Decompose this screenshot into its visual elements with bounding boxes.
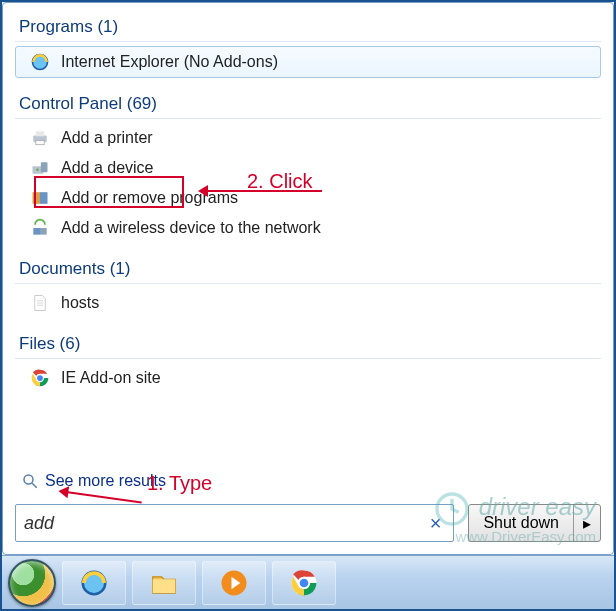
magnifier-icon (21, 472, 39, 490)
start-menu-bottom-row: × Shut down ▸ (15, 504, 601, 542)
result-label: IE Add-on site (61, 369, 161, 387)
documents-list: hosts (15, 284, 601, 324)
svg-rect-3 (36, 141, 44, 145)
taskbar-explorer[interactable] (132, 561, 196, 605)
svg-point-13 (24, 475, 33, 484)
search-input[interactable] (24, 513, 426, 534)
programs-icon (29, 187, 51, 209)
search-box[interactable]: × (15, 504, 454, 542)
result-label: Add a wireless device to the network (61, 219, 321, 237)
result-hosts[interactable]: hosts (15, 288, 601, 318)
taskbar-ie[interactable] (62, 561, 126, 605)
taskbar-chrome[interactable] (272, 561, 336, 605)
taskbar (2, 555, 614, 609)
result-add-a-device[interactable]: Add a device (15, 153, 601, 183)
section-header-control-panel: Control Panel (69) (15, 90, 601, 119)
result-label: Add a device (61, 159, 154, 177)
svg-rect-17 (153, 579, 176, 593)
shutdown-arrow-button[interactable]: ▸ (574, 505, 600, 541)
section-header-files: Files (6) (15, 330, 601, 359)
section-control-panel: Control Panel (69) Add a printer Add a d… (15, 90, 601, 249)
taskbar-wmp[interactable] (202, 561, 266, 605)
svg-point-6 (36, 168, 39, 171)
programs-list: Internet Explorer (No Add-ons) (15, 42, 601, 84)
section-header-programs: Programs (1) (15, 13, 601, 42)
result-label: Add or remove programs (61, 189, 238, 207)
result-add-wireless-device[interactable]: Add a wireless device to the network (15, 213, 601, 243)
control-panel-list: Add a printer Add a device Add or remove… (15, 119, 601, 249)
wireless-icon (29, 217, 51, 239)
svg-rect-5 (41, 162, 48, 172)
ie-icon (29, 51, 51, 73)
section-documents: Documents (1) hosts (15, 255, 601, 324)
file-icon (29, 292, 51, 314)
chrome-icon (29, 367, 51, 389)
result-ie-addon-site[interactable]: IE Add-on site (15, 363, 601, 393)
svg-rect-2 (36, 131, 44, 136)
see-more-results[interactable]: See more results (15, 468, 601, 494)
result-label: Add a printer (61, 129, 153, 147)
svg-rect-7 (33, 192, 41, 204)
svg-point-12 (37, 375, 44, 382)
printer-icon (29, 127, 51, 149)
start-button[interactable] (8, 559, 56, 607)
result-add-remove-programs[interactable]: Add or remove programs (15, 183, 601, 213)
svg-rect-10 (40, 228, 47, 235)
clear-search-button[interactable]: × (426, 512, 446, 535)
svg-rect-8 (40, 192, 48, 204)
svg-line-14 (32, 483, 37, 488)
shutdown-split-button[interactable]: Shut down ▸ (468, 504, 601, 542)
svg-point-21 (299, 577, 310, 588)
result-add-a-printer[interactable]: Add a printer (15, 123, 601, 153)
device-icon (29, 157, 51, 179)
section-files: Files (6) IE Add-on site (15, 330, 601, 399)
shutdown-button[interactable]: Shut down (469, 505, 574, 541)
see-more-label: See more results (45, 472, 166, 490)
result-label: hosts (61, 294, 99, 312)
section-programs: Programs (1) Internet Explorer (No Add-o… (15, 13, 601, 84)
svg-rect-9 (33, 228, 40, 235)
files-list: IE Add-on site (15, 359, 601, 399)
result-internet-explorer-no-addons[interactable]: Internet Explorer (No Add-ons) (15, 46, 601, 78)
result-label: Internet Explorer (No Add-ons) (61, 53, 278, 71)
section-header-documents: Documents (1) (15, 255, 601, 284)
start-menu-results-pane: Programs (1) Internet Explorer (No Add-o… (2, 2, 614, 555)
